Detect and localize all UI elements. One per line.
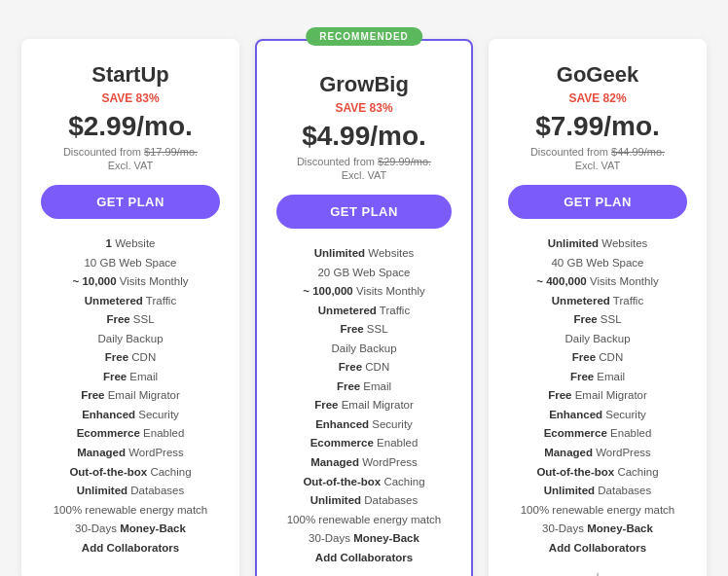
feature-item: Managed WordPress [508, 444, 687, 463]
feature-item: Unmetered Traffic [276, 302, 452, 321]
feature-item: Free SSL [276, 320, 452, 340]
feature-item: ~ 100,000 Visits Monthly [276, 282, 452, 302]
feature-item: Daily Backup [41, 330, 220, 349]
plan-card-gogeek: GoGeekSAVE 82%$7.99/mo.Discounted from $… [489, 39, 707, 576]
feature-item: Free Email [276, 378, 452, 397]
price: $7.99/mo. [508, 111, 687, 142]
excl-vat: Excl. VAT [508, 160, 687, 171]
feature-item: Free Email Migrator [41, 386, 220, 406]
feature-item: Unlimited Databases [508, 482, 687, 501]
save-label: SAVE 82% [508, 91, 687, 105]
feature-item: Enhanced Security [276, 415, 452, 435]
feature-item: 100% renewable energy match [276, 511, 452, 530]
feature-item: Free CDN [508, 348, 687, 368]
plans-container: StartUpSAVE 83%$2.99/mo.Discounted from … [21, 19, 707, 576]
discounted-from: Discounted from $44.99/mo. [508, 146, 687, 158]
plan-name: GrowBig [276, 72, 452, 97]
feature-item: Free Email [508, 368, 687, 387]
feature-item: Free SSL [41, 310, 220, 330]
feature-item: Ecommerce Enabled [276, 434, 452, 453]
price: $2.99/mo. [41, 111, 220, 142]
feature-item: Out-of-the-box Caching [508, 463, 687, 483]
get-plan-button-gogeek[interactable]: GET PLAN [508, 185, 687, 219]
plan-name: StartUp [41, 62, 220, 88]
feature-item: Unlimited Databases [41, 482, 220, 501]
feature-item: Enhanced Security [508, 406, 687, 425]
get-plan-button-startup[interactable]: GET PLAN [41, 185, 220, 219]
feature-item: Free Email [41, 368, 220, 387]
feature-item: Add Collaborators [41, 539, 220, 558]
save-label: SAVE 83% [276, 101, 452, 115]
features-list: Unlimited Websites40 GB Web Space~ 400,0… [508, 234, 687, 558]
feature-item: Daily Backup [276, 340, 452, 359]
discounted-from: Discounted from $17.99/mo. [41, 146, 220, 158]
feature-item: Add Collaborators [276, 549, 452, 568]
feature-item: Add Collaborators [508, 539, 687, 558]
feature-item: Out-of-the-box Caching [41, 463, 220, 483]
feature-item: Unlimited Websites [276, 244, 452, 264]
feature-item: 30-Days Money-Back [276, 529, 452, 549]
feature-item: Managed WordPress [276, 453, 452, 473]
feature-item: Free SSL [508, 310, 687, 330]
feature-item: Free CDN [276, 358, 452, 378]
get-plan-button-growbig[interactable]: GET PLAN [276, 195, 452, 229]
feature-item: Free Email Migrator [508, 386, 687, 406]
feature-item: Free CDN [41, 348, 220, 368]
recommended-badge: RECOMMENDED [306, 27, 422, 46]
feature-item: Ecommerce Enabled [508, 424, 687, 444]
excl-vat: Excl. VAT [276, 169, 452, 181]
excl-vat: Excl. VAT [41, 160, 220, 171]
feature-item: ~ 400,000 Visits Monthly [508, 272, 687, 292]
feature-item: Unlimited Websites [508, 234, 687, 254]
feature-item: 1 Website [41, 234, 220, 254]
feature-item: Unmetered Traffic [508, 292, 687, 311]
discounted-from: Discounted from $29.99/mo. [276, 156, 452, 167]
plus-divider: + [508, 567, 687, 576]
price: $4.99/mo. [276, 121, 452, 152]
feature-item: Managed WordPress [41, 444, 220, 463]
feature-item: 10 GB Web Space [41, 254, 220, 273]
feature-item: 100% renewable energy match [508, 501, 687, 521]
feature-item: Daily Backup [508, 330, 687, 349]
features-list: Unlimited Websites20 GB Web Space~ 100,0… [276, 244, 452, 567]
feature-item: 30-Days Money-Back [508, 520, 687, 539]
feature-item: 100% renewable energy match [41, 501, 220, 521]
plan-name: GoGeek [508, 62, 687, 88]
feature-item: Free Email Migrator [276, 396, 452, 415]
feature-item: Out-of-the-box Caching [276, 473, 452, 492]
feature-item: 30-Days Money-Back [41, 520, 220, 539]
feature-item: Unmetered Traffic [41, 292, 220, 311]
plan-card-growbig: RECOMMENDEDGrowBigSAVE 83%$4.99/mo.Disco… [255, 39, 473, 576]
feature-item: Enhanced Security [41, 406, 220, 425]
feature-item: Ecommerce Enabled [41, 424, 220, 444]
feature-item: ~ 10,000 Visits Monthly [41, 272, 220, 292]
features-list: 1 Website10 GB Web Space~ 10,000 Visits … [41, 234, 220, 558]
save-label: SAVE 83% [41, 91, 220, 105]
feature-item: 20 GB Web Space [276, 264, 452, 283]
feature-item: Unlimited Databases [276, 491, 452, 511]
plan-card-startup: StartUpSAVE 83%$2.99/mo.Discounted from … [21, 39, 239, 576]
feature-item: 40 GB Web Space [508, 254, 687, 273]
